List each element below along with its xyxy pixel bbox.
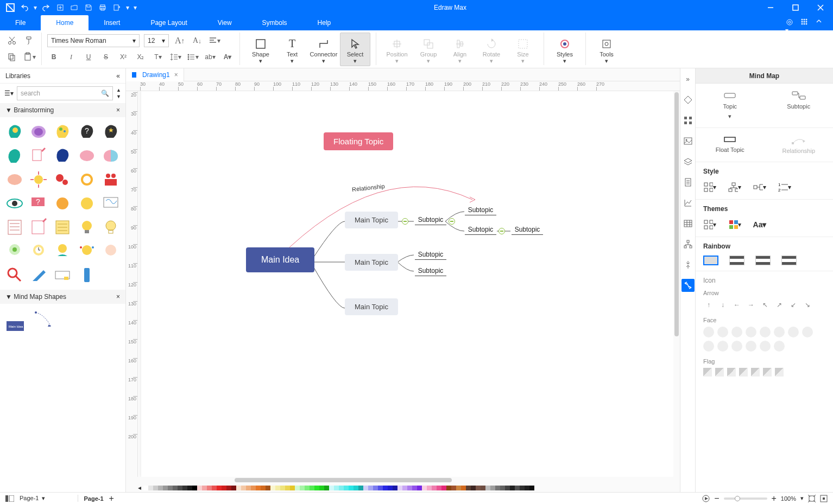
print-icon[interactable] <box>97 2 109 14</box>
color-swatch[interactable] <box>192 486 197 490</box>
color-swatch[interactable] <box>397 486 402 490</box>
shape-pencil-doc[interactable] <box>28 145 49 166</box>
arrow-upright-icon[interactable]: ↗ <box>774 299 785 310</box>
zoom-value[interactable]: 100% <box>781 495 796 502</box>
shape-head-gears[interactable] <box>52 122 73 142</box>
format-painter-icon[interactable] <box>23 34 36 47</box>
color-swatch[interactable] <box>339 486 344 490</box>
shape-people-red[interactable] <box>100 169 121 190</box>
shape-tool[interactable]: Shape▾ <box>245 33 276 66</box>
library-category-brainstorming[interactable]: Brainstorming <box>14 106 54 114</box>
export-dropdown-icon[interactable]: ▾ <box>125 2 130 14</box>
zoom-in-icon[interactable]: + <box>772 494 777 503</box>
tools-tool[interactable]: Tools▾ <box>591 33 622 66</box>
align-icon[interactable]: ▾ <box>208 34 221 47</box>
color-swatch[interactable] <box>197 486 202 490</box>
collapse-libraries-icon[interactable]: « <box>116 72 120 80</box>
pages-panel-icon[interactable] <box>5 495 14 502</box>
color-swatch[interactable] <box>329 486 334 490</box>
color-swatch[interactable] <box>437 486 441 490</box>
arrow-down-icon[interactable]: ↓ <box>717 299 728 310</box>
undo-icon[interactable] <box>18 2 30 14</box>
face-icon-2[interactable] <box>717 327 728 337</box>
menu-help[interactable]: Help <box>302 15 346 30</box>
color-swatch[interactable] <box>324 486 329 490</box>
color-swatch[interactable] <box>363 486 368 490</box>
color-swatch[interactable] <box>256 486 261 490</box>
main-idea-node[interactable]: Main Idea <box>246 247 314 272</box>
zoom-out-icon[interactable]: − <box>714 494 719 503</box>
library-search-input[interactable]: search🔍 <box>17 86 113 100</box>
color-swatch[interactable] <box>168 486 173 490</box>
relationship-label[interactable]: Relationship <box>352 183 385 193</box>
vertical-scrollbar[interactable] <box>673 91 680 477</box>
face-icon-6[interactable] <box>774 327 785 337</box>
shape-brain-purple[interactable] <box>28 122 49 142</box>
qat-dropdown-icon[interactable]: ▾ <box>132 2 138 14</box>
theme-grid-icon[interactable]: ▾ <box>703 218 716 231</box>
color-swatch[interactable] <box>417 486 422 490</box>
floating-topic-node[interactable]: Floating Topic <box>324 132 393 150</box>
vstrip-structure-icon[interactable] <box>681 238 695 251</box>
mindmap-shape-preview[interactable]: Main Idea <box>0 304 125 337</box>
cut-icon[interactable] <box>5 34 18 47</box>
presentation-icon[interactable] <box>702 495 710 502</box>
face-icon-10[interactable] <box>717 341 728 352</box>
lib-scroll-up-icon[interactable]: ▲ <box>116 87 121 93</box>
shape-splash-orange[interactable] <box>52 193 73 214</box>
apps-icon[interactable] <box>800 18 810 28</box>
subtopic-2[interactable]: Subtopic <box>465 205 496 215</box>
menu-symbols[interactable]: Symbols <box>247 15 302 30</box>
color-swatch[interactable] <box>241 486 246 490</box>
shape-bulb-gear[interactable] <box>4 241 25 261</box>
color-swatch[interactable] <box>505 486 510 490</box>
subtopic-5[interactable]: Subtopic <box>415 250 446 260</box>
library-category-mindmap[interactable]: Mind Map Shapes <box>14 293 66 301</box>
close-category-icon[interactable]: × <box>116 106 120 114</box>
menu-file[interactable]: File <box>0 15 41 30</box>
color-swatch[interactable] <box>432 486 437 490</box>
subtopic-4[interactable]: Subtopic <box>512 225 543 235</box>
color-swatch[interactable] <box>305 486 310 490</box>
expand-right-panel-icon[interactable]: » <box>681 73 695 86</box>
color-swatch[interactable] <box>182 486 187 490</box>
increase-font-icon[interactable]: A↑ <box>173 34 186 47</box>
undo-dropdown-icon[interactable]: ▾ <box>33 2 38 14</box>
color-swatch[interactable] <box>295 486 300 490</box>
color-swatch[interactable] <box>275 486 280 490</box>
color-swatch[interactable] <box>520 486 525 490</box>
shape-gear-yellow[interactable] <box>77 169 97 190</box>
color-swatch[interactable] <box>383 486 388 490</box>
numbering-icon[interactable]: 12▾ <box>778 181 791 194</box>
shape-bulb-burst[interactable] <box>28 169 49 190</box>
open-icon[interactable] <box>68 2 80 14</box>
color-swatch[interactable] <box>314 486 319 490</box>
connector-tool[interactable]: Connector▾ <box>308 33 339 66</box>
color-swatch[interactable] <box>495 486 500 490</box>
minimize-icon[interactable] <box>758 0 783 15</box>
vstrip-compress-icon[interactable] <box>681 258 695 271</box>
shape-phone[interactable] <box>77 265 97 285</box>
face-icon-7[interactable] <box>788 327 799 337</box>
flag-icon-3[interactable] <box>727 368 736 377</box>
color-swatch[interactable] <box>222 486 226 490</box>
color-swatch[interactable] <box>251 486 256 490</box>
color-swatch[interactable] <box>446 486 451 490</box>
document-tab[interactable]: Drawing1× <box>126 68 184 81</box>
shape-whiteboard[interactable] <box>100 193 121 214</box>
face-icon-13[interactable] <box>760 341 771 352</box>
color-swatch[interactable] <box>481 486 485 490</box>
vstrip-chart-icon[interactable] <box>681 196 695 209</box>
font-color-icon[interactable]: A▾ <box>221 50 234 63</box>
export-icon[interactable] <box>111 2 123 14</box>
zoom-slider[interactable] <box>724 497 767 500</box>
flag-icon-7[interactable] <box>775 368 784 377</box>
shape-brain-split[interactable] <box>100 145 121 166</box>
vstrip-grid-icon[interactable] <box>681 114 695 127</box>
shape-magnifier[interactable] <box>4 265 25 285</box>
color-swatch[interactable] <box>334 486 339 490</box>
bold-icon[interactable]: B <box>47 50 60 63</box>
color-swatch[interactable] <box>393 486 397 490</box>
color-swatch[interactable] <box>178 486 182 490</box>
color-swatch[interactable] <box>402 486 407 490</box>
